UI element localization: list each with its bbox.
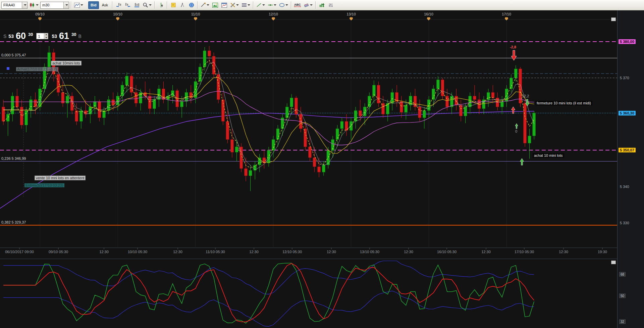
quantity-up-button[interactable]	[44, 33, 48, 36]
chevron-down-icon	[65, 4, 68, 6]
timeframe-select[interactable]: m30	[40, 2, 69, 9]
quantity-value: 1	[37, 33, 44, 39]
price-axis-label: 5 330	[619, 221, 631, 225]
chevron-down-icon	[236, 4, 239, 6]
display-style-button[interactable]	[28, 1, 40, 9]
toolbar-separator	[154, 1, 155, 9]
text-tool-button[interactable]: ABC	[293, 1, 302, 9]
annotation-gain-value: 12,2	[522, 94, 529, 98]
top-date-label: 16/10	[424, 12, 433, 16]
toolbar-separator	[197, 1, 198, 9]
fib-level-label: 0,000 5 375,47	[1, 53, 26, 57]
settings-sliders-button[interactable]	[327, 1, 335, 9]
bid-decimals: 30	[28, 32, 33, 37]
sell-prefix: S	[3, 34, 6, 40]
annotation-zero-value: 0	[515, 129, 517, 133]
annotation-close-note: fermeture 10 mini lots (il est midi)	[535, 101, 592, 105]
zoom-button[interactable]	[142, 1, 153, 9]
toolbar-separator	[167, 1, 167, 9]
chart-type-button[interactable]	[73, 1, 84, 9]
time-axis-label: 12:30	[249, 250, 259, 254]
scroll-back-button[interactable]	[114, 1, 123, 9]
instrument-select[interactable]: FRA40	[1, 2, 28, 9]
ask-button[interactable]: Ask	[100, 1, 110, 9]
time-axis-label: 12:30	[404, 250, 413, 254]
timeframe-dropdown-button[interactable]	[63, 2, 69, 8]
bid-button[interactable]: Bid	[88, 1, 99, 9]
instrument-dropdown-button[interactable]	[22, 2, 27, 8]
screenshot-button[interactable]	[211, 1, 219, 9]
chevron-down-icon	[274, 4, 276, 6]
magnifier-icon	[143, 2, 148, 8]
horizontal-line-tool-button[interactable]	[267, 1, 277, 9]
top-date-label: 13/10	[346, 12, 356, 16]
chevron-down-icon	[285, 4, 288, 6]
crossed-tools-icon	[230, 2, 235, 8]
add-chart-button[interactable]	[318, 1, 326, 9]
note-tool-button[interactable]	[169, 1, 177, 9]
top-date-label: 12/10	[269, 12, 278, 16]
annotation-buy-label-1: achat 10mini lots	[51, 61, 82, 65]
indicator-panel-button[interactable]	[611, 261, 616, 264]
quote-display: S 53 60 30 1 53 61 30 B	[3, 32, 82, 40]
time-axis-label: 16/10 05:30	[437, 250, 457, 254]
chart-canvas[interactable]	[0, 0, 644, 328]
web-button[interactable]	[187, 1, 196, 9]
time-axis-label: 12:30	[327, 250, 336, 254]
drawing-tools-button[interactable]	[229, 1, 240, 9]
globe-icon	[189, 2, 194, 8]
indicator-axis-label: 32	[619, 320, 626, 324]
time-axis-label: 17/10 05:30	[515, 250, 534, 254]
candlestick-icon	[29, 2, 35, 8]
cursor-tool-button[interactable]	[157, 1, 165, 9]
ask-label: Ask	[101, 3, 109, 7]
line-tool-button[interactable]	[255, 1, 266, 9]
image-icon	[212, 3, 218, 8]
time-axis-label: 12:30	[173, 250, 182, 254]
main-toolbar: FRA40 m30 Bid Ask	[0, 0, 644, 10]
horizontal-line-icon	[268, 3, 273, 7]
fib-level-label: 0,382 5 329,37	[1, 220, 26, 224]
time-axis-label: 13/10 05:30	[360, 250, 379, 254]
zoom-fit-button[interactable]	[132, 1, 141, 9]
indicators-button[interactable]	[240, 1, 251, 9]
new-chart-window-button[interactable]	[220, 1, 228, 9]
top-date-label: 09/10	[35, 12, 45, 16]
annotation-buy-note: achat 10 mini lots	[533, 153, 564, 158]
chevron-down-icon	[207, 4, 209, 6]
annotation-entry-info: Entree(S)(17/10 03:23)	[24, 183, 64, 187]
eraser-button[interactable]	[303, 1, 314, 9]
quantity-stepper[interactable]: 1	[36, 33, 48, 39]
zoom-fit-icon	[134, 2, 140, 8]
ask-price: 61	[59, 32, 69, 40]
annotation-sell-pending-label: vente 10 mni lots en attentent	[35, 176, 86, 180]
indicator-axis-label: 68	[619, 272, 626, 277]
annotation-loss-value: -2,8	[510, 45, 516, 49]
time-axis-label: 19:30	[598, 250, 607, 254]
chart-plus-icon	[319, 3, 325, 8]
trendline-tool-button[interactable]	[200, 1, 210, 9]
compass-tool-button[interactable]	[178, 1, 186, 9]
eraser-icon	[304, 3, 309, 8]
chevron-down-icon	[24, 4, 26, 6]
price-axis-label: 5 370	[619, 76, 631, 80]
ask-thousands: 53	[52, 34, 57, 40]
toolbar-separator	[315, 1, 316, 9]
chevron-down-icon	[149, 4, 152, 6]
crosshair-cursor-icon	[158, 2, 164, 8]
chevron-down-icon	[36, 4, 39, 6]
history-back-icon	[116, 2, 122, 8]
ellipse-tool-button[interactable]	[278, 1, 289, 9]
scroll-forward-button[interactable]	[123, 1, 132, 9]
quantity-down-button[interactable]	[44, 36, 48, 39]
time-axis-label: 12:30	[481, 250, 491, 254]
top-date-label: 10/10	[113, 12, 122, 16]
price-axis-label: 5 350,07	[619, 148, 636, 152]
sliders-icon	[328, 3, 333, 8]
main-panel-button[interactable]	[611, 17, 616, 21]
time-axis-label: 11/10 05:30	[206, 250, 225, 254]
time-axis-label: 06/10/2017 09:00	[5, 250, 34, 254]
trendline-pencil-icon	[201, 2, 206, 8]
ellipse-icon	[279, 3, 285, 7]
annotation-achat-info: Achat(17/10 03:21, -8,7)	[16, 67, 58, 71]
